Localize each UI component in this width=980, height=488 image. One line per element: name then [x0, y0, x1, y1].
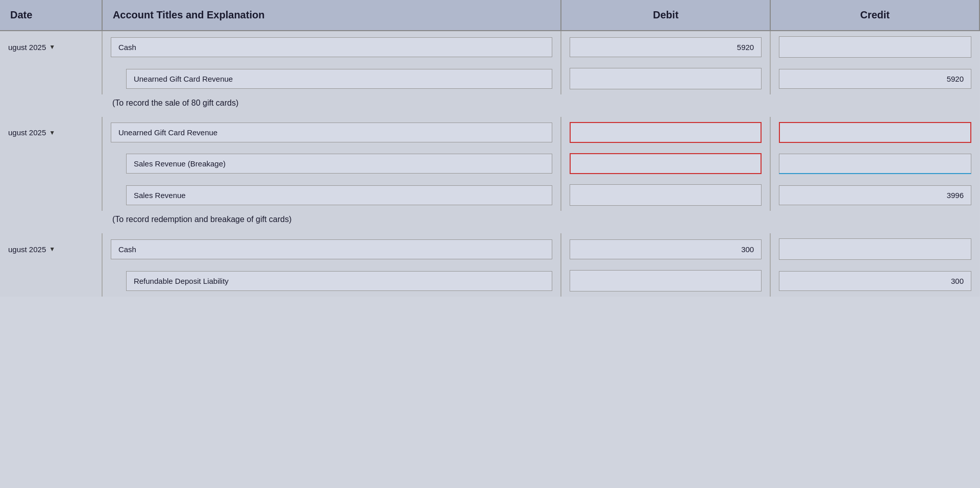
entry2-note-row: (To record redemption and breakage of gi… [0, 211, 979, 233]
entry2-account2-input[interactable] [126, 154, 552, 174]
entry2-account3-cell [102, 179, 561, 211]
entry3-debit2-cell [561, 265, 770, 297]
entry1-debit1-display: 5920 [570, 37, 762, 57]
entry3-credit1-cell [770, 233, 979, 265]
entry2-debit2-input[interactable] [570, 153, 762, 174]
entry2-date-wrapper: ugust 2025 ▼ [8, 128, 93, 137]
account-header: Account Titles and Explanation [102, 0, 561, 31]
entry1-account2-cell [102, 63, 561, 94]
entry2-credit3-display: 3996 [779, 185, 971, 205]
entry1-row1: ugust 2025 ▼ 5920 [0, 31, 979, 63]
entry3-account2-cell [102, 265, 561, 297]
entry3-row1: ugust 2025 ▼ 300 [0, 233, 979, 265]
entry3-date-cell: ugust 2025 ▼ [0, 233, 102, 265]
entry2-date-cell: ugust 2025 ▼ [0, 117, 102, 148]
entry2-date-empty1 [0, 148, 102, 179]
entry3-debit1-display: 300 [570, 239, 762, 259]
entry1-date-cell: ugust 2025 ▼ [0, 31, 102, 63]
entry3-account2-input[interactable] [126, 271, 552, 291]
entry1-date-wrapper: ugust 2025 ▼ [8, 43, 93, 52]
entry2-debit3-cell [561, 179, 770, 211]
entry1-account1-input[interactable] [111, 37, 552, 57]
entry2-chevron-icon[interactable]: ▼ [49, 129, 55, 136]
entry3-account1-cell [102, 233, 561, 265]
entry2-note: (To record redemption and breakage of gi… [0, 211, 979, 233]
entry3-credit2-cell: 300 [770, 265, 979, 297]
entry1-debit2-cell [561, 63, 770, 94]
entry2-debit1-cell [561, 117, 770, 148]
entry2-credit1-input[interactable] [779, 122, 971, 143]
entry2-debit3-empty [570, 184, 762, 206]
entry3-credit1-empty [779, 238, 971, 260]
entry1-credit1-empty [779, 36, 971, 58]
date-header: Date [0, 0, 102, 31]
entry2-credit1-cell [770, 117, 979, 148]
entry3-date-text: ugust 2025 [8, 245, 46, 254]
table-header: Date Account Titles and Explanation Debi… [0, 0, 979, 31]
entry2-credit2-cell [770, 148, 979, 179]
entry3-debit1-cell: 300 [561, 233, 770, 265]
entry1-account1-cell [102, 31, 561, 63]
entry2-credit3-cell: 3996 [770, 179, 979, 211]
entry3-date-wrapper: ugust 2025 ▼ [8, 245, 93, 254]
entry1-chevron-icon[interactable]: ▼ [49, 43, 55, 51]
entry2-account2-cell [102, 148, 561, 179]
entry2-account3-input[interactable] [126, 185, 552, 205]
entry2-credit2-input[interactable] [779, 154, 971, 174]
entry3-row2: 300 [0, 265, 979, 297]
entry3-account1-input[interactable] [111, 239, 552, 259]
entry1-note: (To record the sale of 80 gift cards) [0, 94, 979, 117]
credit-header: Credit [770, 0, 979, 31]
entry1-account2-input[interactable] [126, 69, 552, 89]
entry2-account1-input[interactable] [111, 123, 552, 142]
entry1-note-row: (To record the sale of 80 gift cards) [0, 94, 979, 117]
entry1-credit2-display: 5920 [779, 69, 971, 89]
entry2-account1-cell [102, 117, 561, 148]
entry2-row3: 3996 [0, 179, 979, 211]
entry3-debit2-empty [570, 270, 762, 291]
entry1-date-text: ugust 2025 [8, 43, 46, 52]
entry1-credit2-cell: 5920 [770, 63, 979, 94]
entry2-date-empty2 [0, 179, 102, 211]
entry3-credit2-display: 300 [779, 271, 971, 291]
entry2-date-text: ugust 2025 [8, 128, 46, 137]
entry1-debit1-cell: 5920 [561, 31, 770, 63]
entry2-debit1-input[interactable] [570, 122, 762, 143]
debit-header: Debit [561, 0, 770, 31]
entry3-chevron-icon[interactable]: ▼ [49, 246, 55, 253]
entry3-date-empty [0, 265, 102, 297]
entry2-debit2-cell [561, 148, 770, 179]
entry1-row2: 5920 [0, 63, 979, 94]
entry1-date-empty [0, 63, 102, 94]
entry1-debit2-empty [570, 68, 762, 89]
entry2-row2 [0, 148, 979, 179]
entry1-credit1-cell [770, 31, 979, 63]
entry2-row1: ugust 2025 ▼ [0, 117, 979, 148]
